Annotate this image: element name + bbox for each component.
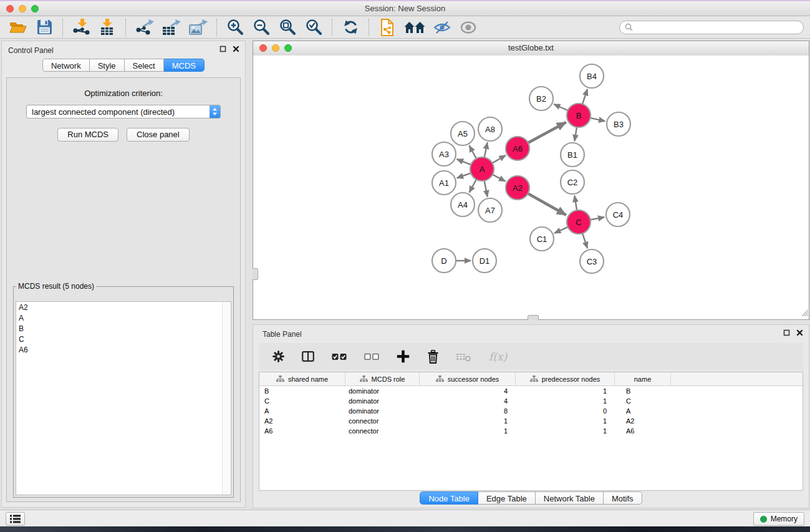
- close-panel-icon[interactable]: [796, 329, 803, 336]
- delete-columns-icon[interactable]: [427, 350, 439, 364]
- graph-edge-C-C4[interactable]: [589, 217, 605, 220]
- deselect-all-columns-icon[interactable]: [364, 353, 379, 360]
- tab-style[interactable]: Style: [90, 59, 125, 72]
- zoom-in-icon[interactable]: [226, 17, 244, 37]
- optimization-criterion-select[interactable]: largest connected component (directed): [26, 105, 221, 118]
- table-cell[interactable]: B: [259, 387, 345, 395]
- close-panel-button[interactable]: Close panel: [127, 128, 190, 142]
- table-cell[interactable]: A: [259, 407, 345, 415]
- graph-node-A6[interactable]: A6: [506, 137, 529, 160]
- column-header-name[interactable]: name: [615, 372, 671, 385]
- network-maximize-icon[interactable]: [284, 44, 292, 52]
- graph-edge-A-A7[interactable]: [484, 180, 487, 197]
- graph-node-B4[interactable]: B4: [580, 64, 604, 88]
- table-cell[interactable]: dominator: [345, 407, 420, 415]
- graph-edge-A-A2[interactable]: [491, 174, 506, 181]
- select-all-columns-icon[interactable]: [332, 353, 347, 360]
- table-row[interactable]: A6connector11A6: [259, 426, 803, 436]
- graph-node-A3[interactable]: A3: [432, 142, 456, 166]
- graph-node-C1[interactable]: C1: [530, 227, 554, 251]
- canvas-bottom-handle[interactable]: [528, 315, 539, 320]
- graph-node-B1[interactable]: B1: [561, 143, 584, 167]
- float-panel-icon[interactable]: [783, 329, 790, 336]
- table-cell[interactable]: C: [615, 397, 671, 405]
- network-window-titlebar[interactable]: testGlobe.txt: [253, 41, 809, 56]
- graph-node-A4[interactable]: A4: [451, 193, 475, 216]
- close-window-icon[interactable]: [6, 5, 14, 12]
- graph-node-C[interactable]: C: [567, 210, 591, 234]
- graph-node-A5[interactable]: A5: [451, 122, 475, 145]
- tab-edge-table[interactable]: Edge Table: [478, 491, 536, 505]
- table-cell[interactable]: 1: [420, 417, 516, 425]
- resize-grip-icon[interactable]: [800, 307, 808, 319]
- zoom-out-icon[interactable]: [252, 17, 271, 37]
- export-network-icon[interactable]: [135, 17, 154, 37]
- column-header-successor-nodes[interactable]: successor nodes: [420, 372, 516, 385]
- graph-edge-A2-C[interactable]: [527, 193, 566, 215]
- table-cell[interactable]: A: [615, 407, 671, 415]
- minimize-window-icon[interactable]: [19, 5, 26, 12]
- graph-edge-A-A4[interactable]: [470, 178, 477, 193]
- create-column-icon[interactable]: [397, 350, 410, 363]
- memory-button[interactable]: Memory: [753, 512, 804, 526]
- export-table-icon[interactable]: [162, 17, 181, 37]
- graph-edge-C-C3[interactable]: [582, 232, 587, 248]
- graph-node-C2[interactable]: C2: [561, 170, 584, 194]
- table-cell[interactable]: 1: [420, 427, 516, 435]
- network-close-icon[interactable]: [259, 44, 267, 52]
- refresh-icon[interactable]: [341, 17, 360, 37]
- show-graphics-details-icon[interactable]: [459, 17, 478, 37]
- tab-motifs[interactable]: Motifs: [604, 491, 642, 505]
- graph-node-B2[interactable]: B2: [529, 87, 553, 110]
- tab-network-table[interactable]: Network Table: [536, 491, 604, 505]
- graph-node-D[interactable]: D: [432, 249, 456, 273]
- table-cell[interactable]: 1: [516, 397, 615, 405]
- network-canvas[interactable]: AA1A2A3A4A5A6A7A8BB1B2B3B4CC1C2C3C4DD1: [253, 56, 809, 319]
- zoom-selected-icon[interactable]: [304, 17, 323, 37]
- network-from-selection-icon[interactable]: [378, 17, 397, 37]
- graph-node-B[interactable]: B: [567, 104, 591, 127]
- graph-node-A1[interactable]: A1: [432, 171, 456, 195]
- task-history-button[interactable]: [6, 512, 25, 526]
- graph-node-A7[interactable]: A7: [478, 198, 502, 222]
- graph-edge-B-B1[interactable]: [574, 126, 577, 142]
- tab-node-table[interactable]: Node Table: [420, 491, 478, 505]
- table-cell[interactable]: dominator: [345, 387, 420, 395]
- table-cell[interactable]: 1: [516, 427, 615, 435]
- table-row[interactable]: Bdominator41B: [259, 386, 803, 396]
- float-panel-icon[interactable]: [219, 46, 226, 52]
- table-cell[interactable]: 1: [516, 417, 615, 425]
- table-cell[interactable]: A2: [259, 417, 345, 425]
- graph-edge-B-B2[interactable]: [554, 104, 569, 111]
- graph-edge-A-A6[interactable]: [491, 155, 506, 164]
- home-icon[interactable]: [404, 17, 425, 37]
- table-cell[interactable]: A6: [259, 427, 345, 435]
- graph-edge-A-A3[interactable]: [457, 159, 473, 165]
- network-minimize-icon[interactable]: [272, 44, 279, 52]
- network-graph[interactable]: AA1A2A3A4A5A6A7A8BB1B2B3B4CC1C2C3C4DD1: [253, 56, 809, 319]
- import-table-icon[interactable]: [98, 17, 117, 37]
- table-row[interactable]: A2connector11A2: [259, 416, 803, 426]
- table-row[interactable]: Adominator80A: [259, 406, 803, 416]
- tab-network[interactable]: Network: [42, 59, 90, 72]
- table-cell[interactable]: C: [259, 397, 345, 405]
- graph-node-C3[interactable]: C3: [580, 249, 604, 273]
- graph-edge-A-A1[interactable]: [457, 173, 472, 178]
- tab-mcds[interactable]: MCDS: [164, 59, 205, 72]
- graph-edge-A-A8[interactable]: [484, 143, 487, 159]
- canvas-side-handle[interactable]: [253, 268, 258, 280]
- import-network-icon[interactable]: [72, 17, 90, 37]
- tab-select[interactable]: Select: [125, 59, 164, 72]
- maximize-window-icon[interactable]: [31, 5, 39, 12]
- graph-node-C4[interactable]: C4: [606, 203, 630, 226]
- graph-node-A[interactable]: A: [470, 157, 494, 181]
- search-field[interactable]: [619, 21, 804, 34]
- table-cell[interactable]: connector: [345, 417, 420, 425]
- table-row[interactable]: Cdominator41C: [259, 396, 803, 406]
- graph-edge-B-B3[interactable]: [589, 118, 605, 122]
- graph-edge-C-C2[interactable]: [574, 196, 577, 212]
- graph-node-A2[interactable]: A2: [506, 176, 529, 200]
- table-cell[interactable]: dominator: [345, 397, 420, 405]
- column-header-shared-name[interactable]: shared name: [259, 372, 345, 385]
- hide-graphics-details-icon[interactable]: [433, 17, 451, 37]
